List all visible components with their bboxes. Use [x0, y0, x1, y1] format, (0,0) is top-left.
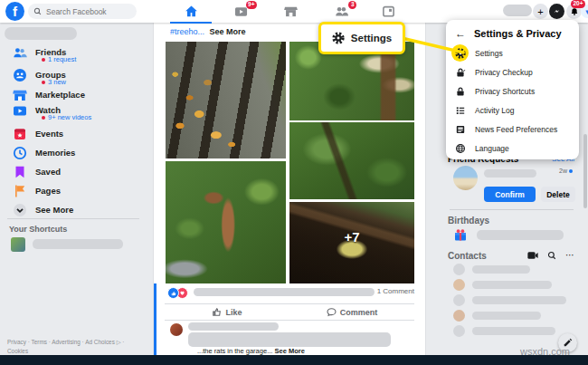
settings-callout: Settings	[318, 22, 405, 54]
contact-row[interactable]	[453, 294, 566, 306]
menu-item-privacy-checkup[interactable]: Privacy Checkup	[446, 62, 579, 82]
watermark: wsxdn.com	[520, 346, 570, 357]
caption-see-more[interactable]: See More	[210, 27, 246, 36]
commenter-name-redacted	[188, 322, 279, 331]
menu-item-privacy-shortcuts[interactable]: Privacy Shortcuts	[446, 82, 579, 101]
lock-icon	[455, 86, 466, 97]
delete-button[interactable]: Delete	[541, 187, 575, 202]
menu-item-label: Language	[475, 144, 509, 153]
contacts-toolbar: ⋯	[527, 251, 574, 260]
activity-list-icon	[455, 105, 466, 116]
bottom-bar	[0, 355, 588, 365]
scrollbar[interactable]	[583, 134, 587, 208]
shortcut-name-redacted	[33, 239, 123, 249]
events-icon	[13, 127, 27, 141]
search-bar[interactable]	[28, 4, 137, 19]
tab-gaming[interactable]	[367, 0, 409, 22]
new-dot	[42, 116, 45, 120]
create-button[interactable]: +	[533, 4, 548, 19]
contact-row[interactable]	[453, 279, 552, 291]
comment-bubble-icon	[327, 307, 337, 317]
contact-row[interactable]	[453, 325, 555, 337]
menu-item-activity-log[interactable]: Activity Log	[446, 101, 579, 120]
comment-see-more[interactable]: See More	[274, 347, 304, 355]
tab-marketplace[interactable]	[270, 0, 311, 22]
photo-balcony-leaves[interactable]	[166, 42, 286, 158]
chevron-down-circle-icon	[13, 203, 27, 217]
sidebar-item-marketplace[interactable]: Marketplace	[13, 87, 85, 102]
watch-badge: 9+	[246, 1, 257, 9]
photo-tree-canopy[interactable]	[289, 122, 414, 199]
comment-count[interactable]: 1 Comment	[377, 287, 414, 295]
unread-dot	[569, 169, 573, 173]
menu-title: Settings & Privacy	[474, 28, 562, 39]
more-options-icon[interactable]: ⋯	[565, 252, 574, 259]
menu-item-news-feed-preferences[interactable]: News Feed Preferences	[446, 120, 579, 139]
request-time: 2w	[559, 168, 573, 174]
post-action-row: Like Comment	[165, 303, 414, 321]
sidebar-item-memories[interactable]: Memories	[13, 145, 75, 160]
sidebar-item-events[interactable]: Events	[13, 126, 63, 141]
sidebar-item-pages[interactable]: Pages	[13, 183, 61, 198]
watch-subtext: 9+ new videos	[42, 113, 91, 121]
tab-groups[interactable]: 3	[320, 0, 362, 22]
confirm-button[interactable]: Confirm	[484, 187, 536, 202]
footer-line-1[interactable]: Privacy · Terms · Advertising · Ad Choic…	[7, 338, 145, 356]
marketplace-icon	[284, 5, 298, 18]
menu-item-language[interactable]: Language	[446, 139, 579, 158]
profile-row-redacted[interactable]	[5, 27, 77, 40]
sidebar-item-label: Events	[35, 129, 63, 139]
sidebar-item-label: See More	[35, 205, 73, 215]
messenger-button[interactable]	[549, 4, 564, 19]
saved-bookmark-icon	[13, 165, 27, 179]
comment-avatar[interactable]	[170, 323, 183, 336]
menu-item-label: Privacy Shortcuts	[475, 87, 535, 96]
photo-more-overlay[interactable]: +7	[289, 202, 414, 283]
memories-clock-icon	[13, 146, 27, 160]
comment-text-redacted	[188, 332, 391, 347]
contact-row[interactable]	[453, 310, 541, 322]
like-label: Like	[225, 308, 242, 317]
friends-subtext: 1 request	[42, 55, 76, 63]
notifications-badge: 20+	[571, 0, 585, 8]
feed-post-card: #treeho... See More +7 1 Comment Like	[154, 23, 425, 355]
right-divider	[450, 209, 574, 210]
tab-home[interactable]	[170, 0, 212, 24]
plus-icon: +	[537, 6, 543, 17]
sidebar-item-label: Saved	[35, 167, 61, 177]
lock-check-icon	[455, 67, 466, 78]
groups-subtext: 3 new	[42, 78, 66, 86]
contact-name-redacted	[472, 265, 530, 274]
newspaper-icon	[455, 124, 466, 135]
shortcut-item[interactable]	[11, 236, 138, 252]
friends-icon	[13, 45, 27, 60]
more-photos-count: +7	[344, 229, 359, 245]
groups-badge: 3	[348, 1, 356, 9]
profile-chip[interactable]	[503, 5, 532, 16]
post-caption: #treeho... See More	[170, 27, 246, 36]
post-hashtag[interactable]: #treeho...	[170, 27, 204, 36]
like-reaction-icon	[167, 287, 179, 299]
menu-header: ← Settings & Privacy	[455, 25, 562, 42]
home-icon	[185, 5, 198, 18]
video-icon[interactable]	[527, 251, 538, 260]
sidebar-item-see-more[interactable]: See More	[13, 202, 73, 217]
reaction-icons[interactable]	[167, 287, 188, 299]
contact-name-redacted	[472, 296, 566, 304]
comment-label: Comment	[340, 308, 378, 317]
search-icon[interactable]	[547, 251, 556, 260]
facebook-logo[interactable]: f	[5, 2, 24, 21]
gaming-icon	[382, 5, 395, 18]
like-button[interactable]: Like	[165, 304, 289, 320]
sidebar-item-label: Memories	[35, 148, 75, 158]
search-input[interactable]	[44, 6, 134, 17]
comment-button[interactable]: Comment	[289, 304, 414, 320]
contact-row[interactable]	[453, 264, 530, 275]
tab-watch[interactable]: 9+	[220, 0, 261, 22]
sidebar-item-label: Pages	[35, 186, 61, 196]
photo-garden-tree[interactable]	[166, 161, 286, 283]
sidebar-item-saved[interactable]: Saved	[13, 164, 61, 179]
search-icon	[33, 7, 42, 15]
menu-item-label: Privacy Checkup	[475, 68, 533, 77]
friend-request-avatar[interactable]	[453, 166, 478, 190]
